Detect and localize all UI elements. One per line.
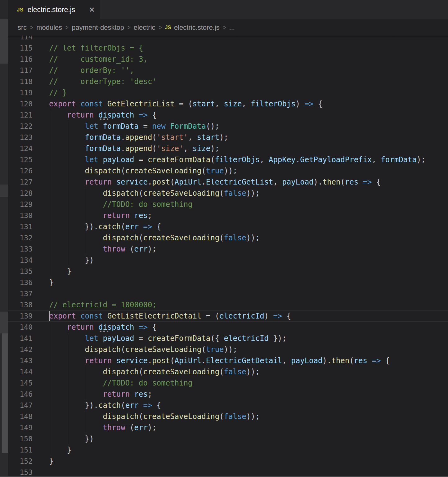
code-text: dispatch(createSaveLoading(false)); — [49, 366, 260, 377]
line-number[interactable]: 140 — [8, 322, 33, 333]
chevron-right-icon: > — [65, 24, 69, 32]
line-number[interactable]: 136 — [8, 277, 33, 288]
line-number[interactable]: 152 — [8, 456, 33, 467]
line-number[interactable]: 139 — [8, 310, 33, 322]
line-number[interactable]: 117 — [8, 65, 33, 76]
code-line[interactable]: 150 }) — [8, 433, 448, 444]
line-number[interactable]: 146 — [8, 389, 33, 400]
breadcrumb-item-modules[interactable]: modules — [36, 24, 62, 32]
code-line[interactable]: 153 — [8, 467, 448, 477]
code-line[interactable]: 130 return res; — [8, 210, 448, 221]
editor-group: JS electric.store.js × src>modules>payme… — [8, 0, 448, 477]
code-line[interactable]: 127 return service.post(ApiUrl.ElectricG… — [8, 176, 448, 188]
code-line[interactable]: 128 dispatch(createSaveLoading(false)); — [8, 188, 448, 199]
line-number[interactable]: 150 — [8, 433, 33, 444]
code-line[interactable]: 138// electricId = 1000000; — [8, 299, 448, 310]
breadcrumb-item-src[interactable]: src — [18, 24, 27, 32]
code-line[interactable]: 117// orderBy: '', — [8, 65, 448, 76]
code-line[interactable]: 136} — [8, 277, 448, 288]
line-number[interactable]: 125 — [8, 154, 33, 165]
line-number[interactable]: 118 — [8, 76, 33, 87]
code-line[interactable]: 122 let formData = new FormData(); — [8, 121, 448, 132]
breadcrumb-item-payment-desktop[interactable]: payment-desktop — [72, 24, 124, 32]
code-line[interactable]: 123 formData.append('start', start); — [8, 132, 448, 143]
line-number[interactable]: 131 — [8, 221, 33, 232]
code-line[interactable]: 146 return res; — [8, 389, 448, 400]
line-number[interactable]: 144 — [8, 366, 33, 377]
line-number[interactable]: 130 — [8, 210, 33, 221]
code-line[interactable]: 115// let filterObjs = { — [8, 42, 448, 54]
code-text: formData.append('start', start); — [49, 132, 228, 143]
line-number[interactable]: 122 — [8, 121, 33, 132]
code-editor[interactable]: 114115// let filterObjs = {116// custome… — [8, 36, 448, 477]
code-line[interactable]: 139export const GetListElectricDetail = … — [8, 310, 448, 322]
code-line[interactable]: 135 } — [8, 266, 448, 277]
code-line[interactable]: 140 return dispatch => { — [8, 322, 448, 333]
line-number[interactable]: 132 — [8, 232, 33, 243]
line-number[interactable]: 145 — [8, 377, 33, 389]
line-number[interactable]: 143 — [8, 355, 33, 366]
code-line[interactable]: 125 let payLoad = createFormData(filterO… — [8, 154, 448, 165]
code-line[interactable]: 129 //TODO: do something — [8, 199, 448, 210]
line-number[interactable]: 127 — [8, 176, 33, 188]
scrollbar-thumb[interactable] — [2, 333, 8, 453]
code-line[interactable]: 137 — [8, 288, 448, 299]
code-line[interactable]: 145 //TODO: do something — [8, 377, 448, 389]
sidebar-sliver-block — [0, 312, 8, 333]
code-text: export const GetElectricList = (start, s… — [49, 98, 322, 109]
breadcrumb-item--[interactable]: ... — [229, 24, 235, 32]
code-line[interactable]: 121 return dispatch => { — [8, 109, 448, 121]
code-line[interactable]: 133 throw (err); — [8, 243, 448, 255]
code-line[interactable]: 148 dispatch(createSaveLoading(false)); — [8, 411, 448, 422]
line-number[interactable]: 128 — [8, 188, 33, 199]
code-line[interactable]: 144 dispatch(createSaveLoading(false)); — [8, 366, 448, 377]
breadcrumb-item-electric-store-js[interactable]: electric.store.js — [174, 24, 220, 32]
line-number[interactable]: 133 — [8, 243, 33, 255]
code-line[interactable]: 119// } — [8, 87, 448, 98]
line-number[interactable]: 138 — [8, 299, 33, 310]
code-line[interactable]: 141 let payLoad = createFormData({ elect… — [8, 333, 448, 344]
line-number[interactable]: 116 — [8, 54, 33, 65]
line-number[interactable]: 151 — [8, 444, 33, 456]
code-line[interactable]: 143 return service.post(ApiUrl.ElectricG… — [8, 355, 448, 366]
line-number[interactable]: 119 — [8, 87, 33, 98]
code-line[interactable]: 131 }).catch(err => { — [8, 221, 448, 232]
tab-electric-store-js[interactable]: JS electric.store.js × — [8, 0, 100, 19]
line-number[interactable]: 135 — [8, 266, 33, 277]
code-line[interactable]: 132 dispatch(createSaveLoading(false)); — [8, 232, 448, 243]
code-text: //TODO: do something — [49, 199, 192, 210]
code-text: }).catch(err => { — [49, 400, 161, 411]
line-number[interactable]: 124 — [8, 143, 33, 154]
close-icon[interactable]: × — [89, 5, 95, 14]
line-number[interactable]: 123 — [8, 132, 33, 143]
code-line[interactable]: 147 }).catch(err => { — [8, 400, 448, 411]
line-number[interactable]: 147 — [8, 400, 33, 411]
sidebar-sliver-block — [0, 19, 8, 64]
code-line[interactable]: 114 — [8, 36, 448, 42]
code-line[interactable]: 124 formData.append('size', size); — [8, 143, 448, 154]
code-line[interactable]: 126 dispatch(createSaveLoading(true)); — [8, 165, 448, 176]
code-text: // let filterObjs = { — [49, 42, 143, 54]
line-number[interactable]: 134 — [8, 255, 33, 266]
breadcrumb-item-electric[interactable]: electric — [134, 24, 155, 32]
line-number[interactable]: 126 — [8, 165, 33, 176]
line-number[interactable]: 149 — [8, 422, 33, 433]
code-line[interactable]: 149 throw (err); — [8, 422, 448, 433]
line-number[interactable]: 129 — [8, 199, 33, 210]
line-number[interactable]: 153 — [8, 467, 33, 477]
line-number[interactable]: 141 — [8, 333, 33, 344]
line-number[interactable]: 115 — [8, 42, 33, 54]
code-line[interactable]: 134 }) — [8, 255, 448, 266]
line-number[interactable]: 137 — [8, 288, 33, 299]
line-number[interactable]: 114 — [8, 36, 33, 42]
code-line[interactable]: 120export const GetElectricList = (start… — [8, 98, 448, 109]
line-number[interactable]: 121 — [8, 109, 33, 121]
code-line[interactable]: 151 } — [8, 444, 448, 456]
line-number[interactable]: 120 — [8, 98, 33, 109]
line-number[interactable]: 148 — [8, 411, 33, 422]
line-number[interactable]: 142 — [8, 344, 33, 355]
code-line[interactable]: 118// orderType: 'desc' — [8, 76, 448, 87]
code-line[interactable]: 142 dispatch(createSaveLoading(true)); — [8, 344, 448, 355]
code-line[interactable]: 116// customer_id: 3, — [8, 54, 448, 65]
code-line[interactable]: 152} — [8, 456, 448, 467]
